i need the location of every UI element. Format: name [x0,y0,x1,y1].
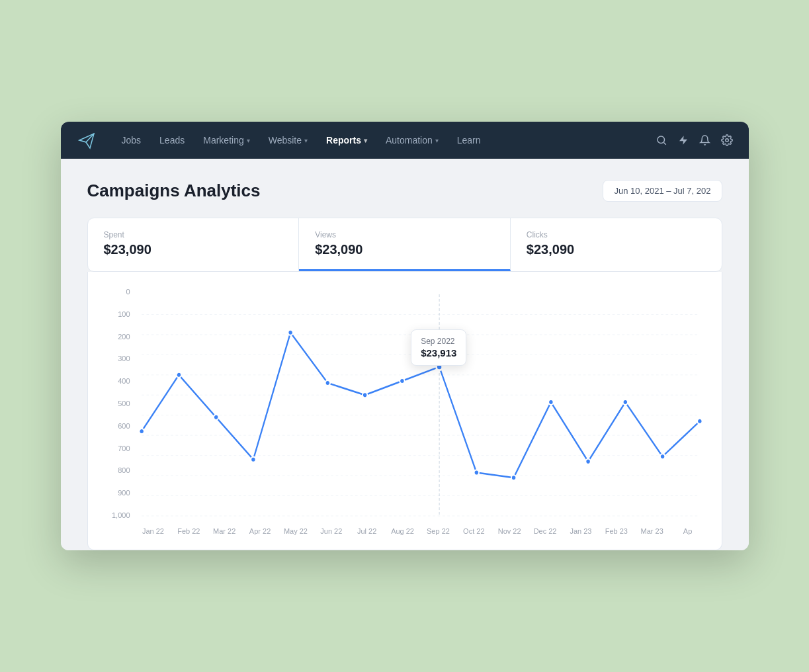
x-axis-label: Oct 22 [456,527,491,535]
stat-card-clicks[interactable]: Clicks $23,090 [511,218,722,271]
stats-row: Spent $23,090 Views $23,090 Clicks $23,0… [87,218,722,272]
nav-item-leads[interactable]: Leads [151,131,192,149]
x-axis-label: Mar 22 [206,527,242,535]
svg-point-15 [176,372,181,378]
nav-item-automation[interactable]: Automation ▾ [378,131,447,149]
svg-point-19 [325,380,329,386]
logo[interactable] [77,130,98,151]
x-axis-label: Sep 22 [421,527,456,535]
svg-point-27 [622,399,627,405]
x-axis-label: Feb 22 [171,527,206,535]
x-axis-label: Jul 22 [349,527,385,535]
x-axis-label: Aug 22 [385,527,421,535]
date-range-picker[interactable]: Jun 10, 2021 – Jul 7, 202 [603,180,722,202]
y-axis-label: 0 [104,288,136,296]
svg-point-17 [251,457,255,462]
chart-wrap: 1,0009008007006005004003002001000 Sep 20… [104,288,706,539]
x-axis-label: Jan 22 [136,527,171,535]
chevron-down-icon: ▾ [435,137,439,144]
stat-value-clicks: $23,090 [527,242,706,257]
y-axis-label: 500 [104,399,136,407]
stat-card-views[interactable]: Views $23,090 [299,218,511,271]
svg-point-28 [660,454,664,459]
x-axis-label: Mar 23 [634,527,670,535]
x-axis-label: Jan 23 [563,527,599,535]
stat-card-spent[interactable]: Spent $23,090 [88,218,300,271]
x-axis-label: Feb 23 [599,527,634,535]
y-axis-label: 800 [104,466,136,474]
svg-point-0 [658,136,665,144]
chevron-down-icon: ▾ [304,137,308,144]
svg-point-14 [139,429,144,434]
svg-point-22 [436,364,442,370]
x-axis-label: Dec 22 [527,527,563,535]
stat-value-spent: $23,090 [104,242,283,257]
svg-point-24 [511,475,515,480]
chevron-down-icon: ▾ [364,137,367,144]
chart-svg-wrap: Sep 2022$23,913 [136,288,706,519]
y-axis: 1,0009008007006005004003002001000 [104,288,136,519]
chart-container: 1,0009008007006005004003002001000 Sep 20… [87,272,722,550]
nav-item-marketing[interactable]: Marketing ▾ [195,131,257,149]
page-title: Campaigns Analytics [87,181,261,201]
nav-item-learn[interactable]: Learn [449,131,489,149]
svg-point-23 [474,470,478,476]
y-axis-label: 900 [104,489,136,497]
x-axis-label: Nov 22 [491,527,527,535]
nav-links: Jobs Leads Marketing ▾ Website ▾ Reports… [114,131,656,149]
stat-label-clicks: Clicks [527,230,706,239]
nav-icons [656,134,733,146]
y-axis-label: 400 [104,377,136,385]
svg-point-1 [725,139,728,142]
bell-icon[interactable] [699,134,710,146]
x-axis-label: Ap [670,527,706,535]
y-axis-label: 700 [104,444,136,452]
stat-label-views: Views [315,230,494,239]
stat-label-spent: Spent [104,230,283,239]
y-axis-label: 300 [104,355,136,362]
lightning-icon[interactable] [678,134,689,146]
gear-icon[interactable] [721,134,733,146]
svg-point-18 [288,330,292,335]
stat-value-views: $23,090 [315,242,494,257]
search-icon[interactable] [656,134,667,146]
x-axis-label: Apr 22 [242,527,278,535]
y-axis-label: 1,000 [104,511,136,519]
svg-point-21 [400,378,404,384]
x-axis: Jan 22Feb 22Mar 22Apr 22May 22Jun 22Jul … [136,523,706,539]
y-axis-label: 200 [104,333,136,341]
y-axis-label: 600 [104,422,136,430]
svg-point-16 [213,415,218,420]
chevron-down-icon: ▾ [247,137,250,144]
nav-item-reports[interactable]: Reports ▾ [318,131,375,149]
x-axis-label: Jun 22 [314,527,349,535]
svg-point-25 [548,399,553,405]
nav-item-jobs[interactable]: Jobs [114,131,149,149]
x-axis-label: May 22 [278,527,314,535]
nav-item-website[interactable]: Website ▾ [261,131,316,149]
main-window: Jobs Leads Marketing ▾ Website ▾ Reports… [61,122,749,550]
y-axis-label: 100 [104,310,136,318]
navbar: Jobs Leads Marketing ▾ Website ▾ Reports… [61,122,749,159]
svg-point-20 [362,392,366,398]
svg-point-29 [697,419,702,424]
page-header: Campaigns Analytics Jun 10, 2021 – Jul 7… [87,180,722,202]
svg-point-26 [585,459,590,464]
page-content: Campaigns Analytics Jun 10, 2021 – Jul 7… [61,159,749,550]
